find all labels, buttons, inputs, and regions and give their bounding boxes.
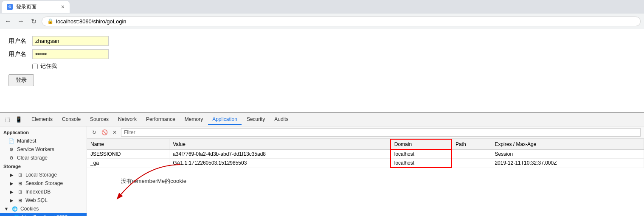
devtools-sidebar: Application 📄 Manifest ⚙ Service Workers…	[0, 126, 87, 216]
col-name: Name	[87, 139, 169, 149]
cell-value-jsessionid: a34f7769-0fa2-4d3b-abd7-dd1f13c35ad8	[169, 149, 391, 159]
cookies-table: Name Value Domain Path Expires / Max-Age…	[87, 139, 644, 216]
sidebar-label-web-sql: Web SQL	[25, 197, 48, 203]
col-path: Path	[452, 139, 491, 149]
password-label: 用户名	[8, 50, 29, 58]
remember-label: 记住我	[40, 62, 57, 70]
sidebar-label-local-storage: Local Storage	[25, 172, 57, 178]
table-row: JSESSIONID a34f7769-0fa2-4d3b-abd7-dd1f1…	[87, 149, 644, 159]
url-bar[interactable]: 🔒 localhost:8090/shiro/goLogin	[42, 17, 641, 26]
device-toolbar-icon[interactable]: 📱	[14, 115, 23, 124]
tab-application[interactable]: Application	[208, 115, 242, 125]
sidebar-item-clear-storage[interactable]: ⚙ Clear storage	[0, 154, 87, 162]
remember-row: 记住我	[32, 62, 636, 70]
cell-value-ga: GA1.1:1712260503.1512985503	[169, 159, 391, 168]
expand-icon-cookies: ▼	[3, 206, 9, 212]
expand-icon-idb: ▶	[8, 189, 14, 195]
sidebar-label-cookies: Cookies	[20, 206, 39, 212]
security-icon: 🔒	[47, 18, 53, 24]
col-domain: Domain	[391, 139, 452, 149]
sidebar-item-session-storage[interactable]: ▶ ⊞ Session Storage	[0, 179, 87, 188]
sidebar-item-local-storage[interactable]: ▶ ⊞ Local Storage	[0, 171, 87, 179]
sidebar-item-localhost[interactable]: 🌐 http://localhost:8090	[0, 213, 87, 216]
username-label: 用户名	[8, 37, 29, 45]
tab-memory[interactable]: Memory	[180, 115, 207, 125]
inspect-element-icon[interactable]: ⬚	[3, 115, 12, 124]
col-expires: Expires / Max-Age	[491, 139, 644, 149]
sidebar-item-indexeddb[interactable]: ▶ ⊞ IndexedDB	[0, 188, 87, 196]
cell-expires-ga: 2019-12-11T10:32:37.000Z	[491, 159, 644, 168]
devtools-tabbar: ⬚ 📱 Elements Console Sources Network Per…	[0, 113, 644, 126]
tab-label: 登录页面	[16, 3, 37, 11]
login-button[interactable]: 登录	[8, 74, 34, 86]
sidebar-label-clear-storage: Clear storage	[17, 155, 48, 161]
cell-name-jsessionid: JSESSIONID	[87, 149, 169, 159]
forward-button[interactable]: →	[16, 17, 25, 26]
tab-sources[interactable]: Sources	[86, 115, 113, 125]
url-text: localhost:8090/shiro/goLogin	[56, 18, 127, 25]
cell-name-ga: _ga	[87, 159, 169, 168]
col-value: Value	[169, 139, 391, 149]
manifest-icon: 📄	[8, 138, 14, 144]
sidebar-item-service-workers[interactable]: ⚙ Service Workers	[0, 145, 87, 154]
expand-icon-sql: ▶	[8, 197, 14, 203]
tab-network[interactable]: Network	[114, 115, 141, 125]
password-input[interactable]	[32, 49, 109, 59]
tab-bar: ⚙ 登录页面 ×	[0, 0, 644, 14]
back-button[interactable]: ←	[3, 17, 13, 26]
tab-performance[interactable]: Performance	[142, 115, 180, 125]
username-input[interactable]	[32, 36, 109, 46]
refresh-button[interactable]: ↻	[29, 17, 38, 26]
cell-path-ga	[452, 159, 491, 168]
cookies-icon: 🌐	[12, 206, 18, 212]
filter-bar: ↻ 🚫 ✕	[87, 126, 644, 139]
localhost-globe-icon: 🌐	[14, 214, 20, 216]
devtools-panel: ⬚ 📱 Elements Console Sources Network Per…	[0, 112, 644, 216]
sidebar-label-service-workers: Service Workers	[17, 146, 54, 152]
sidebar-item-manifest[interactable]: 📄 Manifest	[0, 137, 87, 145]
session-storage-icon: ⊞	[17, 180, 23, 186]
sidebar-label-manifest: Manifest	[17, 138, 36, 144]
cell-path-jsessionid	[452, 149, 491, 159]
tab-close-button[interactable]: ×	[61, 3, 65, 10]
table-row: _ga GA1.1:1712260503.1512985503 localhos…	[87, 159, 644, 168]
browser-chrome: ⚙ 登录页面 × ← → ↻ 🔒 localhost:8090/shiro/go…	[0, 0, 644, 29]
devtools-body: Application 📄 Manifest ⚙ Service Workers…	[0, 126, 644, 216]
address-bar: ← → ↻ 🔒 localhost:8090/shiro/goLogin	[0, 14, 644, 29]
clear-cookies-button[interactable]: 🚫	[101, 129, 108, 136]
cell-domain-ga: localhost	[391, 159, 452, 168]
cell-expires-jsessionid: Session	[491, 149, 644, 159]
username-row: 用户名	[8, 36, 636, 46]
clear-storage-icon: ⚙	[8, 155, 14, 161]
sidebar-item-web-sql[interactable]: ▶ ⊞ Web SQL	[0, 196, 87, 205]
sidebar-item-cookies[interactable]: ▼ 🌐 Cookies	[0, 205, 87, 213]
devtools-controls: ⬚ 📱	[3, 115, 23, 124]
web-sql-icon: ⊞	[17, 197, 23, 203]
expand-icon-local: ▶	[8, 172, 14, 178]
expand-icon-session: ▶	[8, 180, 14, 186]
sidebar-label-indexeddb: IndexedDB	[25, 189, 51, 195]
sidebar-label-localhost: http://localhost:8090	[22, 214, 67, 216]
filter-input[interactable]	[121, 128, 641, 137]
service-workers-icon: ⚙	[8, 146, 14, 152]
password-row: 用户名	[8, 49, 636, 59]
active-tab[interactable]: ⚙ 登录页面 ×	[2, 1, 70, 13]
tab-security[interactable]: Security	[242, 115, 269, 125]
page-content: 用户名 用户名 记住我 登录	[0, 29, 644, 112]
section-application: Application	[0, 128, 87, 137]
remember-checkbox[interactable]	[32, 64, 38, 69]
local-storage-icon: ⊞	[17, 172, 23, 178]
tab-console[interactable]: Console	[58, 115, 85, 125]
section-storage: Storage	[0, 162, 87, 171]
cookies-data-table: Name Value Domain Path Expires / Max-Age…	[87, 139, 644, 168]
cell-domain-jsessionid: localhost	[391, 149, 452, 159]
refresh-cookies-button[interactable]: ↻	[90, 129, 98, 136]
devtools-main-wrapper: ↻ 🚫 ✕ Name Value Domain Path Expires / M…	[87, 126, 644, 216]
indexeddb-icon: ⊞	[17, 189, 23, 195]
table-header-row: Name Value Domain Path Expires / Max-Age	[87, 139, 644, 149]
tab-favicon: ⚙	[7, 4, 13, 10]
sidebar-label-session-storage: Session Storage	[25, 180, 63, 186]
close-filter-button[interactable]: ✕	[111, 129, 118, 136]
tab-audits[interactable]: Audits	[270, 115, 292, 125]
tab-elements[interactable]: Elements	[27, 115, 57, 125]
